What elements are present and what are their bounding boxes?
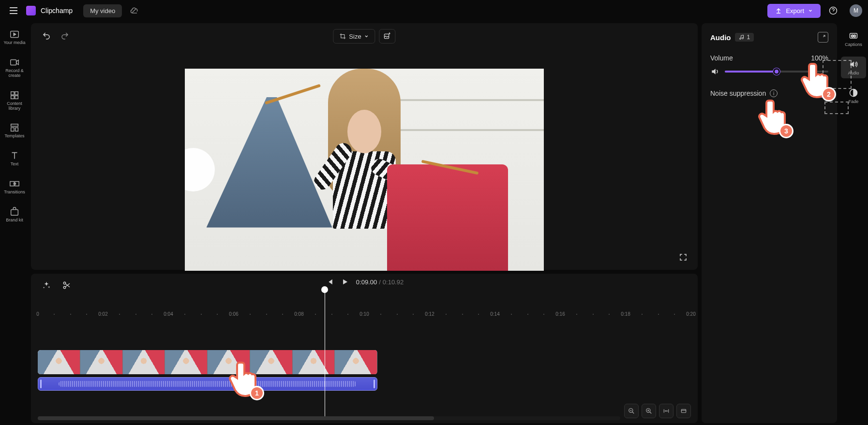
svg-rect-8: [11, 124, 18, 127]
ruler-tick: 0:18: [621, 311, 630, 317]
clip-count-badge: 1: [735, 33, 754, 42]
chevron-down-icon: [364, 34, 369, 39]
user-avatar[interactable]: M: [850, 4, 862, 17]
ruler-tick: 0:20: [686, 311, 695, 317]
app-logo-icon: [26, 6, 36, 15]
svg-rect-4: [11, 91, 14, 94]
svg-rect-5: [15, 91, 18, 94]
sidebar-label: Transitions: [4, 190, 25, 195]
panel-title: Audio: [710, 33, 731, 42]
time-separator: /: [379, 278, 381, 286]
total-time: 0:10.92: [383, 278, 404, 286]
ruler-tick: 0:02: [98, 311, 107, 317]
svg-rect-22: [681, 410, 686, 413]
export-frame-button[interactable]: [379, 29, 396, 44]
project-title[interactable]: My video: [83, 4, 122, 17]
crop-icon: [339, 33, 346, 40]
redo-button[interactable]: [58, 29, 72, 43]
sidebar-label: Captions: [845, 42, 862, 47]
sidebar-item-templates[interactable]: Templates: [2, 119, 27, 142]
detach-panel-button[interactable]: [818, 32, 828, 43]
playhead[interactable]: [325, 289, 326, 418]
timeline-ruler[interactable]: 00:020:040:060:080:100:120:140:160:180:2…: [31, 309, 698, 321]
ruler-tick: 0:08: [294, 311, 303, 317]
brand-name: Clipchamp: [41, 7, 73, 15]
sidebar-item-captions[interactable]: CC Captions: [841, 28, 866, 50]
music-note-icon: [739, 34, 745, 40]
skip-back-button[interactable]: [325, 278, 334, 286]
ruler-tick: 0: [36, 311, 39, 317]
play-button[interactable]: [341, 278, 349, 286]
svg-point-18: [63, 282, 66, 284]
video-track-clip[interactable]: [38, 350, 377, 374]
ruler-tick: 0:16: [555, 311, 565, 317]
volume-icon[interactable]: [710, 67, 720, 76]
fit-timeline-button[interactable]: [659, 404, 673, 418]
size-label: Size: [349, 33, 361, 40]
fullscreen-button[interactable]: [676, 250, 690, 264]
zoom-out-button[interactable]: [624, 404, 639, 418]
sidebar-label: Text: [11, 162, 19, 167]
tutorial-callout-3: 3: [757, 97, 791, 135]
timeline-scrollbar[interactable]: [38, 416, 620, 420]
tutorial-callout-1: 1: [227, 359, 261, 397]
timeline-settings-button[interactable]: [676, 404, 691, 418]
preview-panel: Size: [31, 23, 698, 270]
undo-button[interactable]: [40, 29, 53, 43]
export-button[interactable]: Export: [767, 4, 821, 18]
sidebar-item-audio[interactable]: Audio: [841, 57, 866, 78]
ruler-tick: 0:04: [164, 311, 173, 317]
svg-rect-13: [11, 210, 18, 216]
svg-rect-7: [15, 96, 18, 99]
ruler-tick: 0:10: [359, 311, 369, 317]
size-dropdown[interactable]: Size: [333, 29, 375, 44]
video-preview[interactable]: [185, 69, 544, 271]
info-icon[interactable]: i: [770, 89, 778, 97]
speaker-icon: [849, 59, 858, 69]
sidebar-item-content-library[interactable]: Content library: [2, 87, 27, 114]
ruler-tick: 0:06: [229, 311, 238, 317]
export-label: Export: [786, 7, 804, 15]
sidebar-item-text[interactable]: Text: [2, 147, 27, 170]
timecode-display: 0:09.00 / 0:10.92: [356, 278, 404, 286]
sidebar-item-brand-kit[interactable]: Brand kit: [2, 204, 27, 226]
image-export-icon: [384, 32, 391, 40]
svg-rect-6: [11, 96, 14, 99]
ai-enhance-button[interactable]: [40, 278, 53, 292]
volume-label: Volume: [710, 54, 733, 62]
clip-count-value: 1: [747, 34, 750, 41]
sidebar-label: Content library: [2, 102, 27, 111]
help-button[interactable]: [825, 3, 841, 18]
text-icon: [9, 150, 20, 161]
sidebar-item-record-create[interactable]: Record & create: [2, 54, 27, 81]
menu-button[interactable]: [6, 3, 21, 18]
sidebar-label: Audio: [848, 71, 859, 75]
record-icon: [9, 57, 20, 68]
svg-line-0: [132, 9, 136, 13]
sidebar-item-your-media[interactable]: Your media: [2, 26, 27, 48]
svg-rect-3: [11, 59, 16, 65]
timeline-panel: 0:09.00 / 0:10.92 00:020:040:060:080:100…: [31, 274, 698, 423]
properties-sidebar: CC Captions Audio Fade: [839, 21, 868, 425]
callout-number: 2: [822, 87, 836, 102]
upload-icon: [775, 7, 782, 14]
svg-rect-9: [11, 128, 14, 131]
zoom-in-button[interactable]: [642, 404, 656, 418]
audio-track-clip[interactable]: [38, 377, 377, 391]
tutorial-callout-2: 2: [799, 60, 833, 99]
svg-rect-10: [15, 128, 18, 131]
fade-icon: [849, 88, 858, 98]
callout-number: 3: [779, 124, 793, 138]
sidebar-item-fade[interactable]: Fade: [841, 85, 866, 107]
svg-point-19: [63, 286, 66, 289]
chevron-down-icon: [808, 8, 813, 13]
noise-suppression-label: Noise suppression: [710, 89, 766, 97]
sidebar-label: Templates: [4, 134, 24, 139]
cloud-sync-icon[interactable]: [127, 3, 142, 18]
ruler-tick: 0:12: [425, 311, 434, 317]
ruler-tick: 0:14: [490, 311, 499, 317]
sidebar-label: Record & create: [2, 69, 27, 78]
split-button[interactable]: [60, 278, 74, 292]
captions-icon: CC: [849, 31, 858, 41]
sidebar-item-transitions[interactable]: Transitions: [2, 176, 27, 198]
